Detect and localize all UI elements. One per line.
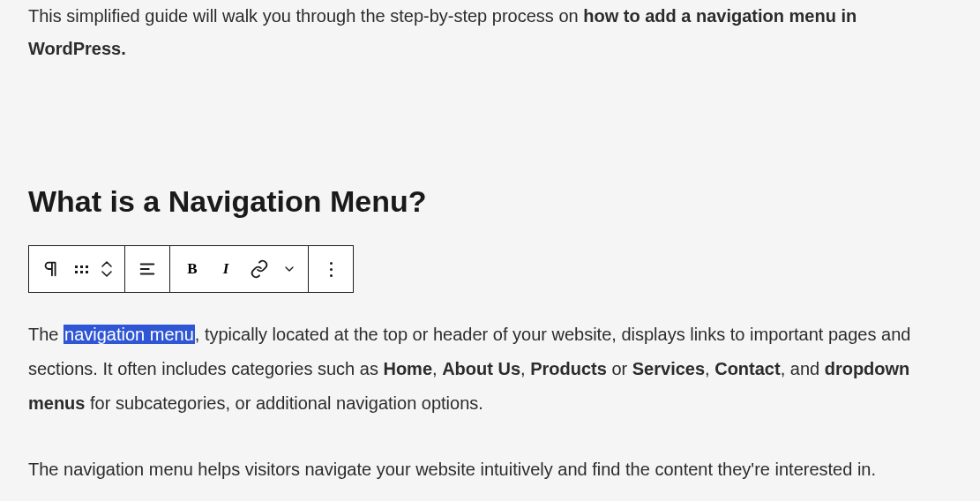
p1-bold-about: About Us <box>442 359 520 378</box>
p1-c3: or <box>607 359 632 378</box>
bold-button[interactable]: B <box>176 246 209 292</box>
p1-c4: , <box>705 359 714 378</box>
italic-label: I <box>223 260 229 278</box>
paragraph-icon[interactable] <box>34 246 68 292</box>
section-heading[interactable]: What is a Navigation Menu? <box>28 184 952 219</box>
body-paragraph-2[interactable]: The navigation menu helps visitors navig… <box>28 452 952 487</box>
chevron-down-icon[interactable] <box>276 246 303 292</box>
intro-text-1: This simplified guide will walk you thro… <box>28 6 583 26</box>
p1-c2: , <box>520 359 530 378</box>
highlighted-selection: navigation menu <box>64 325 195 344</box>
align-left-icon[interactable] <box>131 246 164 292</box>
move-up-down-icon[interactable] <box>94 261 119 277</box>
toolbar-group-block <box>29 246 125 292</box>
drag-handle-icon[interactable] <box>68 246 94 292</box>
p1-text-3: for subcategories, or additional navigat… <box>85 393 483 413</box>
p1-c1: , <box>432 359 442 378</box>
toolbar-group-more <box>309 246 353 292</box>
more-options-icon[interactable] <box>314 246 348 292</box>
p1-bold-products: Products <box>530 359 607 378</box>
body-paragraph-1[interactable]: The navigation menu, typically located a… <box>28 318 952 421</box>
bold-label: B <box>187 260 197 278</box>
toolbar-group-format: B I <box>170 246 309 292</box>
p1-text-1: The <box>28 325 64 344</box>
p1-bold-contact: Contact <box>714 359 780 378</box>
italic-button[interactable]: I <box>209 246 243 292</box>
intro-paragraph[interactable]: This simplified guide will walk you thro… <box>28 0 952 65</box>
p1-bold-services: Services <box>632 359 705 378</box>
link-icon[interactable] <box>243 246 276 292</box>
p1-c5: , and <box>781 359 825 378</box>
p1-bold-home: Home <box>383 359 432 378</box>
toolbar-group-align <box>125 246 170 292</box>
block-toolbar: B I <box>28 245 354 293</box>
